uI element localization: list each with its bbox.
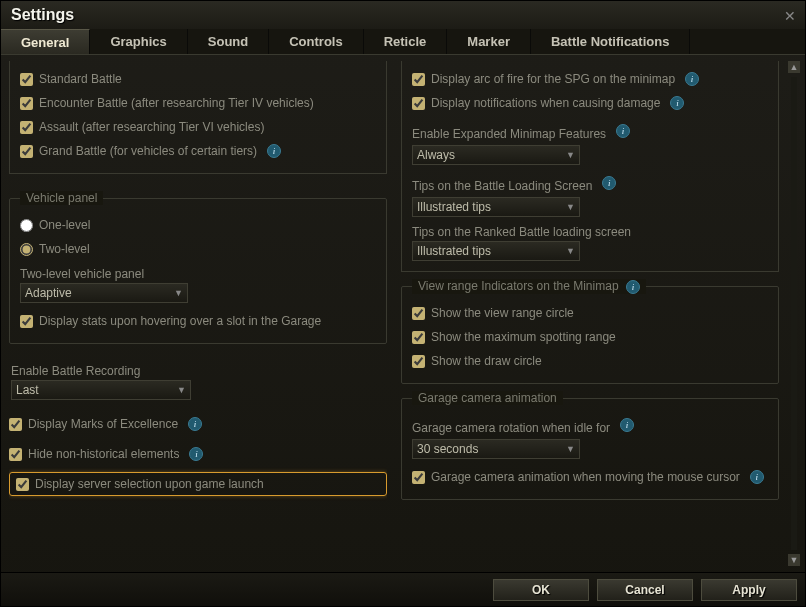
garage-rotation-value: 30 seconds	[417, 442, 478, 456]
ranked-select[interactable]: Illustrated tips ▼	[412, 241, 580, 261]
titlebar: Settings ✕	[1, 1, 805, 29]
spot-label: Show the maximum spotting range	[431, 330, 616, 344]
marks-row: Display Marks of Excellence i	[9, 412, 387, 436]
standard-battle-checkbox[interactable]	[20, 73, 33, 86]
scrollbar[interactable]: ▲ ▼	[787, 61, 801, 566]
tab-graphics[interactable]: Graphics	[90, 29, 187, 54]
window-title: Settings	[11, 6, 74, 24]
info-icon[interactable]: i	[616, 124, 630, 138]
recording-select[interactable]: Last ▼	[11, 380, 191, 400]
ok-button[interactable]: OK	[493, 579, 589, 601]
ranked-label: Tips on the Ranked Battle loading screen	[412, 225, 768, 239]
info-icon[interactable]: i	[189, 447, 203, 461]
tab-general[interactable]: General	[1, 29, 90, 54]
info-icon[interactable]: i	[750, 470, 764, 484]
expanded-value: Always	[417, 148, 455, 162]
tab-reticle[interactable]: Reticle	[364, 29, 448, 54]
draw-checkbox[interactable]	[412, 355, 425, 368]
right-column: Display arc of fire for the SPG on the m…	[401, 61, 779, 565]
minimap-group: Display arc of fire for the SPG on the m…	[401, 61, 779, 272]
arc-checkbox[interactable]	[412, 73, 425, 86]
garage-rotation-label: Garage camera rotation when idle for	[412, 421, 610, 435]
tabbar: General Graphics Sound Controls Reticle …	[1, 29, 805, 55]
expanded-select[interactable]: Always ▼	[412, 145, 580, 165]
info-icon[interactable]: i	[685, 72, 699, 86]
two-level-radio[interactable]	[20, 243, 33, 256]
one-level-radio[interactable]	[20, 219, 33, 232]
tab-sound[interactable]: Sound	[188, 29, 269, 54]
recording-label: Enable Battle Recording	[11, 364, 385, 378]
encounter-row: Encounter Battle (after researching Tier…	[20, 91, 376, 115]
chevron-down-icon: ▼	[174, 288, 183, 298]
chevron-down-icon: ▼	[566, 444, 575, 454]
two-level-row: Two-level	[20, 237, 376, 261]
view-range-group: View range Indicators on the Minimap i S…	[401, 286, 779, 384]
chevron-down-icon: ▼	[177, 385, 186, 395]
garage-title: Garage camera animation	[412, 391, 563, 405]
arc-row: Display arc of fire for the SPG on the m…	[412, 67, 768, 91]
assault-checkbox[interactable]	[20, 121, 33, 134]
chevron-down-icon: ▼	[566, 246, 575, 256]
tab-controls[interactable]: Controls	[269, 29, 363, 54]
standard-battle-label: Standard Battle	[39, 72, 122, 86]
loading-label-row: Tips on the Battle Loading Screen i	[412, 171, 768, 195]
view-range-title-text: View range Indicators on the Minimap	[418, 279, 619, 293]
apply-button[interactable]: Apply	[701, 579, 797, 601]
hide-nh-label: Hide non-historical elements	[28, 447, 179, 461]
notif-checkbox[interactable]	[412, 97, 425, 110]
close-icon[interactable]: ✕	[781, 7, 799, 25]
garage-anim-checkbox[interactable]	[412, 471, 425, 484]
circle-label: Show the view range circle	[431, 306, 574, 320]
encounter-label: Encounter Battle (after researching Tier…	[39, 96, 314, 110]
garage-group: Garage camera animation Garage camera ro…	[401, 398, 779, 500]
server-selection-checkbox[interactable]	[16, 478, 29, 491]
cancel-button[interactable]: Cancel	[597, 579, 693, 601]
stats-hover-checkbox[interactable]	[20, 315, 33, 328]
garage-rotation-select[interactable]: 30 seconds ▼	[412, 439, 580, 459]
notif-label: Display notifications when causing damag…	[431, 96, 660, 110]
two-level-select[interactable]: Adaptive ▼	[20, 283, 188, 303]
grand-label: Grand Battle (for vehicles of certain ti…	[39, 144, 257, 158]
hide-nh-checkbox[interactable]	[9, 448, 22, 461]
notif-row: Display notifications when causing damag…	[412, 91, 768, 115]
loading-select[interactable]: Illustrated tips ▼	[412, 197, 580, 217]
info-icon[interactable]: i	[602, 176, 616, 190]
marks-label: Display Marks of Excellence	[28, 417, 178, 431]
stats-hover-label: Display stats upon hovering over a slot …	[39, 314, 321, 328]
scroll-down-icon[interactable]: ▼	[788, 554, 800, 566]
left-column: Standard Battle Encounter Battle (after …	[9, 61, 387, 565]
two-level-select-label: Two-level vehicle panel	[20, 267, 376, 281]
two-level-select-value: Adaptive	[25, 286, 72, 300]
expanded-label: Enable Expanded Minimap Features	[412, 127, 606, 141]
hide-nh-row: Hide non-historical elements i	[9, 442, 387, 466]
loading-label: Tips on the Battle Loading Screen	[412, 179, 592, 193]
tab-battle-notifications[interactable]: Battle Notifications	[531, 29, 690, 54]
circle-checkbox[interactable]	[412, 307, 425, 320]
info-icon[interactable]: i	[188, 417, 202, 431]
info-icon[interactable]: i	[620, 418, 634, 432]
view-range-title: View range Indicators on the Minimap i	[412, 279, 646, 294]
scroll-up-icon[interactable]: ▲	[788, 61, 800, 73]
loading-value: Illustrated tips	[417, 200, 491, 214]
footer: OK Cancel Apply	[1, 572, 805, 606]
vehicle-panel-title: Vehicle panel	[20, 191, 103, 205]
tab-marker[interactable]: Marker	[447, 29, 531, 54]
grand-checkbox[interactable]	[20, 145, 33, 158]
info-icon[interactable]: i	[267, 144, 281, 158]
garage-anim-row: Garage camera animation when moving the …	[412, 465, 768, 489]
vehicle-panel-group: Vehicle panel One-level Two-level Two-le…	[9, 198, 387, 344]
recording-value: Last	[16, 383, 39, 397]
info-icon[interactable]: i	[670, 96, 684, 110]
spot-row: Show the maximum spotting range	[412, 325, 768, 349]
one-level-label: One-level	[39, 218, 90, 232]
encounter-checkbox[interactable]	[20, 97, 33, 110]
info-icon[interactable]: i	[626, 280, 640, 294]
battle-types-group: Standard Battle Encounter Battle (after …	[9, 61, 387, 174]
server-selection-row: Display server selection upon game launc…	[9, 472, 387, 496]
marks-checkbox[interactable]	[9, 418, 22, 431]
spot-checkbox[interactable]	[412, 331, 425, 344]
scroll-track[interactable]	[791, 77, 797, 550]
expanded-label-row: Enable Expanded Minimap Features i	[412, 119, 768, 143]
garage-rotation-row: Garage camera rotation when idle for i	[412, 413, 768, 437]
arc-label: Display arc of fire for the SPG on the m…	[431, 72, 675, 86]
